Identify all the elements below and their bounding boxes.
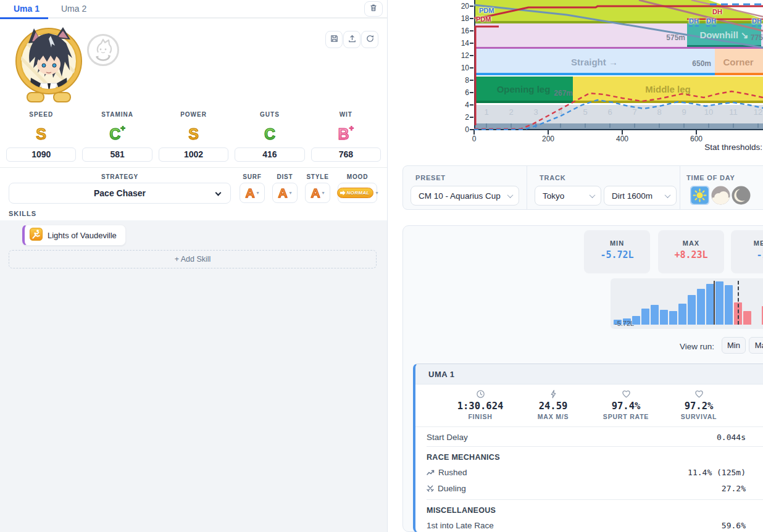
start-delay-row: Start Delay 0.044s — [427, 427, 746, 443]
finish-time-stat: 1:30.624 FINISH — [445, 389, 515, 420]
stat-label: WIT — [311, 111, 381, 118]
uma-config-panel: Uma 1 Uma 2 — [0, 0, 388, 532]
view-run-min-button[interactable]: Min — [722, 337, 746, 354]
stat-value-wit[interactable]: 768 — [311, 148, 381, 162]
uma1-summary-row: 1:30.624 FINISH 24.59 MAX M/S 97.4% SPUR… — [415, 384, 763, 427]
active-tab-underline — [0, 17, 48, 19]
y-axis-tick-label: 0 — [452, 125, 469, 134]
save-uma-button[interactable] — [325, 31, 343, 48]
delete-uma-button[interactable] — [364, 1, 383, 17]
add-skill-button[interactable]: + Add Skill — [9, 250, 377, 268]
strategy-section: STRATEGY Pace Chaser SURF A▾ DIST A▾ STY… — [0, 167, 387, 209]
caret-down-icon: ▾ — [375, 190, 378, 196]
stat-label: SPEED — [6, 111, 76, 118]
x-axis-tick-label: 200 — [535, 135, 562, 143]
tab-uma-2[interactable]: Uma 2 — [61, 4, 86, 14]
upload-icon — [348, 34, 357, 46]
heart-icon — [591, 389, 661, 400]
x-axis-tick-label: 0 — [461, 135, 488, 143]
survival-stat: 97.2% SURVIVAL — [664, 389, 734, 420]
y-axis-tick-label: 4 — [452, 101, 469, 109]
chevron-down-icon — [590, 192, 596, 198]
randomize-uma-button[interactable] — [86, 33, 120, 67]
time-night-button[interactable] — [732, 186, 751, 205]
skill-chip-lights-of-vaudeville[interactable]: Lights of Vaudeville — [22, 225, 126, 246]
track-course-select[interactable]: Dirt 1600m — [604, 186, 677, 206]
y-axis-tick-label: 14 — [452, 39, 469, 48]
y-axis-tick — [470, 18, 473, 19]
histogram-bar — [688, 295, 696, 325]
y-axis-tick-label: 12 — [452, 51, 469, 60]
mood-label: MOOD — [338, 173, 377, 180]
stat-grade-power[interactable]: S — [159, 123, 228, 146]
time-day-button[interactable] — [690, 186, 709, 205]
min-gap-box: MIN -5.72L — [584, 230, 650, 273]
export-uma-button[interactable] — [343, 31, 361, 48]
stat-col-stamina: STAMINA C+ 581 — [82, 111, 152, 162]
x-axis-tick-label: 600 — [683, 135, 710, 143]
strategy-select[interactable]: Pace Chaser — [9, 183, 231, 204]
histogram-zero-marker — [738, 281, 739, 325]
y-axis-tick — [470, 6, 473, 7]
y-axis-tick — [470, 80, 473, 81]
distance-aptitude-select[interactable]: A▾ — [272, 183, 298, 203]
moon-icon — [732, 186, 751, 205]
y-axis-tick — [470, 30, 473, 31]
mood-select[interactable]: NORMAL ▾ — [338, 183, 377, 203]
opening-end-distance: 267m — [541, 89, 573, 98]
histogram-bar — [697, 289, 705, 325]
y-axis-tick — [470, 67, 473, 69]
stat-value-stamina[interactable]: 581 — [82, 148, 152, 162]
downhill-start-distance: 575m — [653, 33, 685, 42]
histogram-bar — [715, 281, 723, 325]
stat-value-power[interactable]: 1002 — [159, 148, 228, 162]
race-settings-card: PRESET CM 10 - Aquarius Cup TRACK Tokyo … — [402, 165, 763, 210]
view-run-max-button[interactable]: Max — [749, 337, 763, 354]
downhill-end-distance: 775m — [751, 33, 763, 42]
y-axis-tick-label: 16 — [452, 27, 469, 35]
stat-grade-wit[interactable]: B+ — [311, 123, 381, 146]
bolt-icon — [518, 389, 588, 400]
uma-avatar[interactable] — [14, 23, 84, 109]
dh-marker-uma2: DH — [752, 17, 762, 27]
dh-marker-uma2: DH — [706, 17, 716, 27]
skill-name: Lights of Vaudeville — [48, 231, 117, 240]
trash-icon — [369, 3, 378, 15]
chevron-down-icon — [507, 192, 514, 198]
stat-grade-guts[interactable]: C — [235, 123, 304, 146]
stat-grade-speed[interactable]: S — [6, 123, 76, 146]
style-aptitude-select[interactable]: A▾ — [305, 183, 330, 203]
time-of-day-label: TIME OF DAY — [686, 174, 735, 181]
skills-header: SKILLS — [9, 210, 36, 217]
stat-thresholds-label: Stat thresholds: — [704, 143, 762, 152]
stat-col-wit: WIT B+ 768 — [311, 111, 381, 162]
y-axis-tick — [470, 104, 473, 106]
dh-marker-uma1: DH — [712, 8, 722, 15]
rushed-icon — [427, 469, 435, 476]
time-evening-button[interactable] — [711, 186, 730, 205]
max-speed-stat: 24.59 MAX M/S — [518, 389, 588, 420]
stat-label: STAMINA — [82, 111, 152, 118]
save-icon — [330, 34, 339, 46]
mood-badge: NORMAL — [337, 188, 374, 198]
rushed-row: Rushed 11.4% (125m) — [427, 464, 746, 480]
stat-value-speed[interactable]: 1090 — [6, 148, 76, 162]
surface-aptitude-select[interactable]: A▾ — [240, 183, 265, 203]
race-mechanics-header: RACE MECHANICS — [427, 447, 746, 464]
caret-down-icon: ▾ — [290, 190, 292, 196]
preset-select[interactable]: CM 10 - Aquarius Cup — [411, 186, 519, 206]
histogram-bar — [641, 309, 649, 325]
stat-col-power: POWER S 1002 — [159, 111, 228, 162]
y-axis-tick-label: 20 — [452, 2, 469, 10]
histogram-min-label: -5.72L — [615, 320, 634, 327]
preset-label: PRESET — [415, 174, 446, 181]
y-axis-tick — [470, 117, 473, 118]
max-value: +8.23L — [658, 249, 724, 260]
histogram-bar — [678, 304, 686, 325]
track-venue-select[interactable]: Tokyo — [535, 186, 601, 206]
reset-uma-button[interactable] — [361, 31, 378, 48]
stat-value-guts[interactable]: 416 — [235, 148, 304, 162]
tab-uma-1[interactable]: Uma 1 — [14, 4, 40, 14]
stat-grade-stamina[interactable]: C+ — [82, 123, 152, 146]
dueling-row: Dueling 27.2% — [427, 480, 746, 496]
